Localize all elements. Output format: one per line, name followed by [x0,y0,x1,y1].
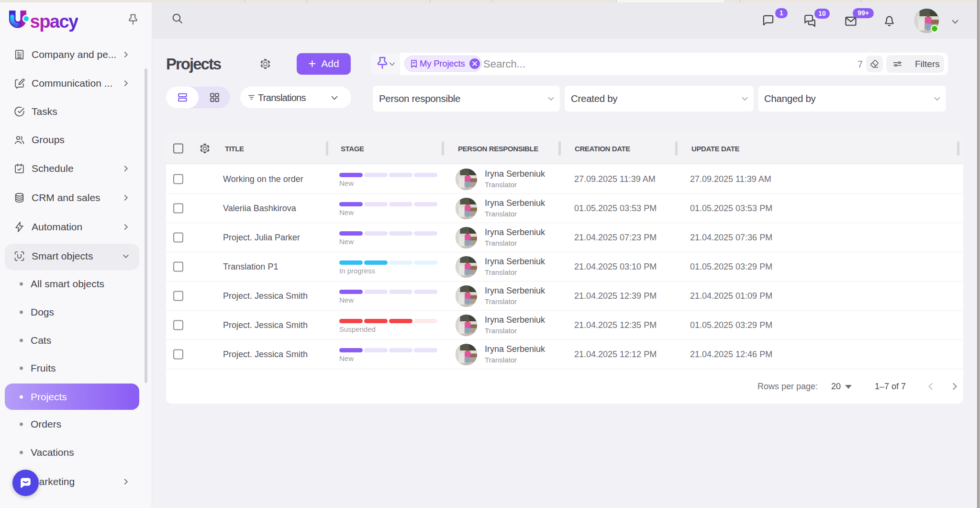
svg-text:spacy: spacy [30,11,78,32]
